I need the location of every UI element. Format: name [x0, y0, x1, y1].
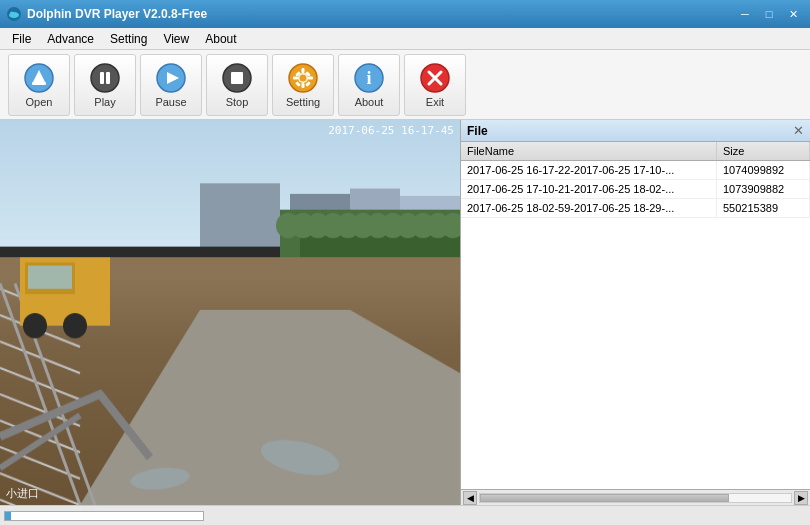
- exit-label: Exit: [426, 96, 444, 108]
- app-icon: [6, 6, 22, 22]
- window-controls: ─ □ ✕: [734, 5, 804, 23]
- svg-rect-16: [302, 83, 305, 88]
- file-table[interactable]: FileName Size 2017-06-25 16-17-22-2017-0…: [461, 142, 810, 489]
- svg-rect-7: [100, 72, 104, 84]
- svg-rect-18: [308, 76, 313, 79]
- stop-icon: [221, 62, 253, 94]
- file-panel-header: File ✕: [461, 120, 810, 142]
- video-timestamp: 2017-06-25 16-17-45: [328, 124, 454, 137]
- play-icon: [89, 62, 121, 94]
- file-size-cell: 550215389: [717, 199, 810, 218]
- scroll-right-arrow[interactable]: ▶: [794, 491, 808, 505]
- table-row[interactable]: 2017-06-25 17-10-21-2017-06-25 18-02-...…: [461, 180, 810, 199]
- stop-button[interactable]: Stop: [206, 54, 268, 116]
- svg-point-6: [91, 64, 119, 92]
- stop-label: Stop: [226, 96, 249, 108]
- close-button[interactable]: ✕: [782, 5, 804, 23]
- file-horizontal-scrollbar[interactable]: ◀ ▶: [461, 489, 810, 505]
- progress-fill: [5, 512, 11, 520]
- table-row[interactable]: 2017-06-25 18-02-59-2017-06-25 18-29-...…: [461, 199, 810, 218]
- exit-icon: [419, 62, 451, 94]
- title-bar: Dolphin DVR Player V2.0.8-Free ─ □ ✕: [0, 0, 810, 28]
- scroll-left-arrow[interactable]: ◀: [463, 491, 477, 505]
- toolbar: Open Play Pause Stop: [0, 50, 810, 120]
- open-label: Open: [26, 96, 53, 108]
- video-area: 2017-06-25 16-17-45 小进口: [0, 120, 460, 505]
- svg-point-23: [300, 74, 307, 81]
- svg-text:i: i: [366, 68, 371, 88]
- minimize-button[interactable]: ─: [734, 5, 756, 23]
- file-panel-title: File: [467, 124, 488, 138]
- main-content: 2017-06-25 16-17-45 小进口 File ✕ FileName …: [0, 120, 810, 505]
- svg-rect-15: [302, 68, 305, 73]
- svg-rect-5: [32, 82, 46, 85]
- play-label: Play: [94, 96, 115, 108]
- about-icon: i: [353, 62, 385, 94]
- pause-icon: [155, 62, 187, 94]
- menu-advance[interactable]: Advance: [39, 30, 102, 48]
- menu-bar: File Advance Setting View About: [0, 28, 810, 50]
- maximize-button[interactable]: □: [758, 5, 780, 23]
- column-filename: FileName: [461, 142, 717, 161]
- file-size-cell: 1073909882: [717, 180, 810, 199]
- progress-track: [4, 511, 204, 521]
- menu-setting[interactable]: Setting: [102, 30, 155, 48]
- file-name-cell: 2017-06-25 17-10-21-2017-06-25 18-02-...: [461, 180, 717, 199]
- about-label: About: [355, 96, 384, 108]
- file-name-cell: 2017-06-25 16-17-22-2017-06-25 17-10-...: [461, 161, 717, 180]
- setting-icon: [287, 62, 319, 94]
- svg-rect-12: [231, 72, 243, 84]
- pause-label: Pause: [155, 96, 186, 108]
- menu-file[interactable]: File: [4, 30, 39, 48]
- status-bar: [0, 505, 810, 525]
- menu-view[interactable]: View: [155, 30, 197, 48]
- scroll-track[interactable]: [479, 493, 792, 503]
- svg-rect-17: [293, 76, 298, 79]
- file-panel: File ✕ FileName Size 2017-06-25 16-17-22…: [460, 120, 810, 505]
- table-row[interactable]: 2017-06-25 16-17-22-2017-06-25 17-10-...…: [461, 161, 810, 180]
- file-panel-close-button[interactable]: ✕: [793, 124, 804, 137]
- svg-point-2: [10, 12, 14, 15]
- about-button[interactable]: i About: [338, 54, 400, 116]
- open-button[interactable]: Open: [8, 54, 70, 116]
- column-size: Size: [717, 142, 810, 161]
- exit-button[interactable]: Exit: [404, 54, 466, 116]
- file-rows: 2017-06-25 16-17-22-2017-06-25 17-10-...…: [461, 161, 810, 218]
- video-canvas: [0, 120, 460, 505]
- open-icon: [23, 62, 55, 94]
- video-location-label: 小进口: [6, 486, 39, 501]
- setting-label: Setting: [286, 96, 320, 108]
- files-table: FileName Size 2017-06-25 16-17-22-2017-0…: [461, 142, 810, 218]
- menu-about[interactable]: About: [197, 30, 244, 48]
- file-name-cell: 2017-06-25 18-02-59-2017-06-25 18-29-...: [461, 199, 717, 218]
- scroll-thumb[interactable]: [480, 494, 729, 502]
- svg-rect-8: [106, 72, 110, 84]
- window-title: Dolphin DVR Player V2.0.8-Free: [27, 7, 734, 21]
- setting-button[interactable]: Setting: [272, 54, 334, 116]
- play-button[interactable]: Play: [74, 54, 136, 116]
- pause-button[interactable]: Pause: [140, 54, 202, 116]
- file-size-cell: 1074099892: [717, 161, 810, 180]
